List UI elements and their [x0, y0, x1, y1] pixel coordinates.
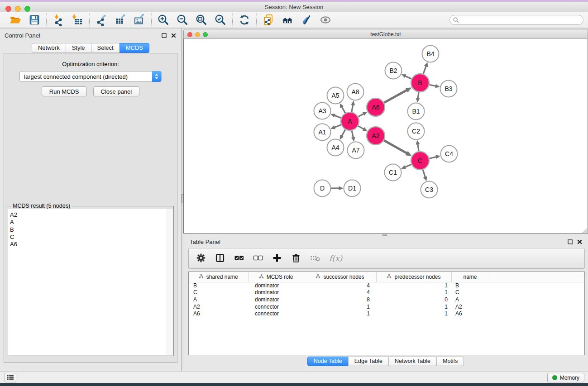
table-cell[interactable]: 1 [304, 310, 376, 317]
zoom-selected-button[interactable] [213, 13, 228, 27]
node-B2[interactable]: B2 [385, 62, 402, 79]
export-image-button[interactable] [132, 13, 147, 27]
node-A[interactable]: A [341, 112, 359, 130]
table-cell[interactable]: C [189, 289, 248, 296]
column-header-mcds-role[interactable]: MCDS role [248, 272, 304, 282]
node-A2[interactable]: A2 [367, 127, 385, 145]
memory-button[interactable]: Memory [547, 373, 584, 382]
node-A8[interactable]: A8 [347, 84, 364, 100]
optimization-criterion-select[interactable]: largest connected component (directed) [19, 71, 162, 82]
deselect-all-button[interactable] [253, 253, 263, 264]
edge-D-D1[interactable] [331, 186, 344, 191]
mcds-result-item[interactable]: C [8, 234, 173, 241]
tab-mcds[interactable]: MCDS [120, 43, 149, 53]
table-cell[interactable]: connector [248, 303, 304, 310]
control-panel-float-icon[interactable] [161, 33, 167, 38]
edge-B-B2[interactable] [402, 74, 411, 79]
edge-A2-C[interactable] [384, 140, 411, 156]
export-network-button[interactable] [94, 13, 109, 27]
table-cell[interactable]: 1 [376, 289, 451, 296]
mcds-result-item[interactable]: B [8, 226, 173, 234]
tab-motifs[interactable]: Motifs [436, 357, 464, 366]
edge-A-A6[interactable] [358, 112, 367, 117]
network-canvas[interactable]: B4B2BB3A8A5A6A3B1AA1C2A2A4A7CC4C1C3DD1 [183, 39, 588, 234]
node-A6[interactable]: A6 [367, 98, 385, 116]
select-all-button[interactable] [234, 253, 244, 264]
tab-select[interactable]: Select [91, 43, 120, 53]
column-header-shared-name[interactable]: shared name [189, 272, 248, 282]
open-session-button[interactable] [8, 13, 23, 27]
edge-A-A1[interactable] [330, 125, 341, 129]
table-cell[interactable]: 8 [304, 296, 376, 303]
edge-B-B4[interactable] [423, 62, 428, 74]
resize-grip-icon[interactable] [582, 227, 587, 233]
table-row[interactable]: A6connector11A6 [189, 310, 584, 317]
refresh-view-button[interactable] [237, 13, 252, 27]
column-header-name[interactable]: name [451, 272, 489, 282]
node-A7[interactable]: A7 [348, 142, 364, 159]
edge-A-A4[interactable] [339, 129, 345, 140]
run-mcds-button[interactable]: Run MCDS [42, 86, 87, 96]
close-panel-button[interactable]: Close panel [93, 86, 140, 96]
tab-network[interactable]: Network [32, 43, 66, 53]
save-session-button[interactable] [27, 13, 42, 27]
table-cell[interactable]: A2 [451, 303, 489, 310]
zoom-out-button[interactable] [175, 13, 190, 27]
mcds-result-item[interactable]: A2 [8, 209, 173, 219]
edge-B-B3[interactable] [430, 84, 440, 88]
welcome-screen-button[interactable] [280, 13, 295, 27]
node-A3[interactable]: A3 [314, 103, 331, 119]
control-panel-close-icon[interactable] [171, 33, 177, 38]
node-C[interactable]: C [411, 152, 429, 170]
table-cell[interactable]: dominator [248, 282, 304, 289]
column-header-predecessor-nodes[interactable]: predecessor nodes [376, 272, 451, 282]
search-input[interactable] [449, 15, 583, 25]
import-table-button[interactable] [70, 13, 85, 27]
edge-A-A7[interactable] [351, 131, 355, 142]
table-cell[interactable]: 1 [376, 282, 451, 289]
table-cell[interactable]: 4 [304, 289, 376, 296]
table-cell[interactable]: 1 [304, 303, 376, 310]
node-C2[interactable]: C2 [408, 123, 425, 140]
edge-C-C3[interactable] [423, 170, 427, 181]
node-C1[interactable]: C1 [385, 164, 402, 181]
node-D[interactable]: D [314, 180, 331, 197]
node-B4[interactable]: B4 [422, 46, 439, 62]
task-history-button[interactable] [5, 373, 16, 382]
zoom-in-button[interactable] [156, 13, 171, 27]
result-scrollbar[interactable] [167, 209, 173, 355]
edge-C-C2[interactable] [416, 140, 420, 151]
zoom-fit-button[interactable] [194, 13, 209, 27]
style-preview-off-button[interactable] [299, 13, 314, 27]
edge-A-A8[interactable] [351, 100, 355, 112]
network-window-titlebar[interactable]: testGlobe.txt [183, 29, 588, 39]
export-table-button[interactable] [113, 13, 128, 27]
table-cell[interactable]: C [451, 289, 489, 296]
table-cell[interactable]: 0 [376, 296, 451, 303]
edge-A6-B[interactable] [384, 87, 411, 103]
import-network-button[interactable] [51, 13, 66, 27]
tab-network-table[interactable]: Network Table [388, 357, 437, 366]
node-B1[interactable]: B1 [408, 103, 425, 120]
table-panel-close-icon[interactable] [577, 239, 583, 245]
delete-table-button[interactable] [310, 253, 320, 264]
node-B3[interactable]: B3 [440, 81, 457, 97]
tab-node-table[interactable]: Node Table [307, 357, 349, 366]
table-cell[interactable]: 4 [304, 282, 376, 289]
table-cell[interactable]: B [451, 282, 489, 289]
node-A4[interactable]: A4 [327, 139, 344, 156]
edge-A-A5[interactable] [340, 103, 345, 113]
function-button[interactable]: f(x) [329, 254, 342, 263]
edge-C-C1[interactable] [401, 164, 411, 169]
edge-A-A3[interactable] [330, 114, 341, 118]
node-A1[interactable]: A1 [314, 124, 331, 141]
table-cell[interactable]: connector [248, 310, 304, 317]
table-cell[interactable]: A6 [189, 310, 248, 317]
graphics-details-button[interactable] [318, 13, 333, 27]
table-cell[interactable]: 1 [376, 310, 451, 317]
table-cell[interactable]: B [189, 282, 248, 289]
trash-button[interactable] [291, 253, 301, 264]
tab-edge-table[interactable]: Edge Table [348, 357, 389, 366]
edge-C-C4[interactable] [429, 155, 440, 159]
table-row[interactable]: Cdominator41C [189, 289, 584, 296]
